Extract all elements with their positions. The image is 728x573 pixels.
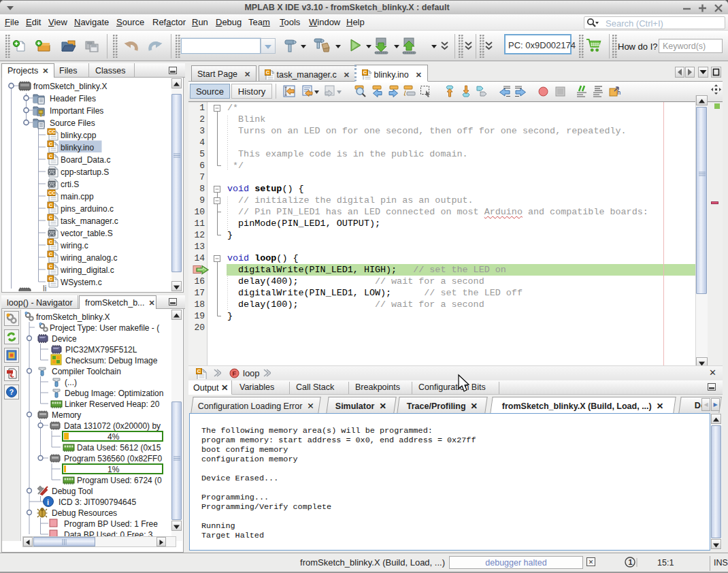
svg-text:Checksum: Debug Image: Checksum: Debug Image (65, 356, 158, 365)
svg-text:li: li (43, 284, 46, 291)
svg-text:Project Type: User makefile -: Project Type: User makefile - ( (50, 323, 159, 333)
svg-text:Program Used: 6724 (0: Program Used: 6724 (0 (77, 476, 162, 485)
svg-text:vector_table.S: vector_table.S (61, 229, 113, 238)
svg-text:Memory: Memory (52, 410, 81, 420)
svg-text:Debug Image: Optimization: Debug Image: Optimization (65, 389, 163, 398)
svg-text:?: ? (10, 388, 14, 396)
svg-text:1: 1 (629, 558, 633, 566)
svg-text:Source Files: Source Files (50, 118, 95, 128)
svg-text:i: i (47, 498, 49, 506)
svg-text:Important Files: Important Files (50, 106, 103, 116)
svg-text:task_manager.c: task_manager.c (61, 216, 118, 226)
svg-text:F: F (233, 370, 237, 377)
svg-text:Linker Reserved Heap: 20: Linker Reserved Heap: 20 (65, 399, 160, 409)
svg-text:wiring_digital.c: wiring_digital.c (60, 265, 114, 275)
svg-text:PIC32MX795F512L: PIC32MX795F512L (65, 345, 137, 355)
svg-text:main.cpp: main.cpp (61, 192, 94, 201)
svg-text:(...): (...) (65, 378, 77, 387)
svg-text:crti.S: crti.S (61, 180, 79, 189)
svg-text:h: h (617, 90, 621, 97)
svg-text:Debug Tool: Debug Tool (52, 487, 93, 496)
svg-text:Data Used: 5612 (0x15: Data Used: 5612 (0x15 (77, 443, 161, 453)
svg-text:Board_Data.c: Board_Data.c (61, 155, 110, 165)
svg-text:Device: Device (52, 334, 77, 344)
svg-text:blinky.cpp: blinky.cpp (61, 131, 97, 140)
svg-text:fromSketch_blinky.X: fromSketch_blinky.X (33, 82, 107, 91)
svg-text:Program 536560 (0x82FF0: Program 536560 (0x82FF0 (64, 454, 162, 463)
svg-text:Program BP Used: 1 Free: Program BP Used: 1 Free (64, 519, 158, 529)
svg-text:WSystem.c: WSystem.c (61, 278, 102, 287)
svg-text:1%: 1% (107, 465, 120, 474)
svg-text:pins_arduino.c: pins_arduino.c (61, 204, 114, 214)
svg-text:wiring_analog.c: wiring_analog.c (60, 253, 117, 263)
svg-text:Debug Resources: Debug Resources (52, 508, 117, 518)
svg-text:Compiler Toolchain: Compiler Toolchain (52, 367, 121, 376)
svg-text:Header Files: Header Files (50, 94, 96, 103)
svg-text:blinky.ino: blinky.ino (61, 143, 94, 152)
svg-text:Data 131072 (0x20000) by: Data 131072 (0x20000) by (64, 421, 161, 431)
svg-text:wiring.c: wiring.c (60, 241, 88, 250)
svg-text:4%: 4% (107, 432, 120, 442)
svg-text:ICD 3: JIT090794645: ICD 3: JIT090794645 (59, 497, 136, 507)
svg-text:cpp-startup.S: cpp-startup.S (61, 167, 109, 177)
svg-text:fromSketch_blinky.X: fromSketch_blinky.X (36, 312, 110, 322)
